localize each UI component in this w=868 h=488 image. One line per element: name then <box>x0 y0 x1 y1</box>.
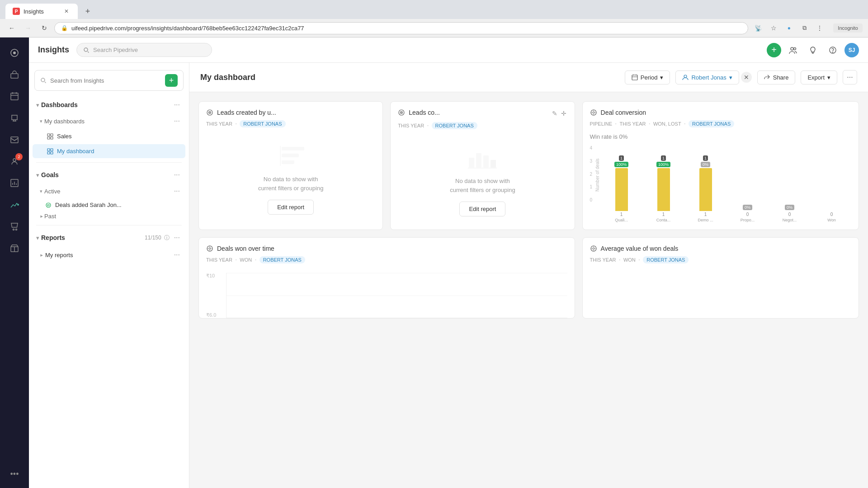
goals-title: Goals <box>41 171 172 178</box>
deals-won-card: Deals won over time THIS YEAR · WON · RO… <box>198 237 575 319</box>
share-button[interactable]: Share <box>757 70 796 84</box>
sidebar-item-leads[interactable] <box>5 108 24 128</box>
nav-item-sales[interactable]: Sales <box>33 129 185 143</box>
goals-dots[interactable]: ··· <box>172 169 182 181</box>
active-goals-header[interactable]: ▾ Active ··· <box>29 183 189 199</box>
tab-close-button[interactable]: ✕ <box>62 7 71 15</box>
user-avatar[interactable]: SJ <box>844 43 859 57</box>
reports-dots[interactable]: ··· <box>172 232 182 244</box>
dashboard-row-1: Leads created by u... THIS YEAR · ROBERT… <box>189 92 868 237</box>
svg-point-31 <box>210 113 210 113</box>
active-label: Active <box>44 188 172 195</box>
dashboard-scroll: Leads created by u... THIS YEAR · ROBERT… <box>189 92 868 488</box>
reports-count: 11/150 <box>145 235 161 241</box>
cast-button[interactable]: 📡 <box>752 22 764 34</box>
app-title: Insights <box>38 45 69 55</box>
dashboards-section-header[interactable]: ▾ Dashboards ··· <box>29 96 189 113</box>
deals-won-chart-area <box>226 273 567 318</box>
leads-created-user-badge[interactable]: ROBERT JONAS <box>240 120 285 127</box>
users-icon-button[interactable] <box>785 42 801 58</box>
my-dashboards-header[interactable]: ▾ My dashboards ··· <box>29 113 189 129</box>
export-button[interactable]: Export ▾ <box>801 70 837 84</box>
leads-converted-meta: THIS YEAR · ROBERT JONAS <box>391 122 574 135</box>
deals-won-meta: THIS YEAR · WON · ROBERT JONAS <box>199 256 575 269</box>
incognito-label[interactable]: Incognito <box>833 23 863 33</box>
sidebar-item-mail[interactable] <box>5 130 24 150</box>
meta-dot-2: · <box>427 122 429 130</box>
left-search-icon <box>40 77 47 84</box>
sidebar-item-products[interactable] <box>5 216 24 236</box>
leads-converted-user-badge[interactable]: ROBERT JONAS <box>432 122 477 129</box>
stage-quali-count-badge: 1 <box>619 155 624 161</box>
back-button[interactable]: ← <box>5 22 18 34</box>
stage-quali-bar <box>615 168 628 211</box>
reports-info-icon[interactable]: ⓘ <box>164 234 170 242</box>
sidebar-item-contacts[interactable]: 2 <box>5 151 24 171</box>
sidebar-item-insights[interactable] <box>5 195 24 215</box>
stage-quali-num: 1 <box>620 212 623 217</box>
active-dots[interactable]: ··· <box>172 185 182 197</box>
deals-won-user-badge[interactable]: ROBERT JONAS <box>259 256 305 263</box>
svg-rect-23 <box>47 152 50 154</box>
pencil-icon[interactable]: ✎ <box>551 109 558 118</box>
profile-button[interactable]: ● <box>783 22 795 34</box>
sidebar-item-reports[interactable] <box>5 173 24 193</box>
goals-active-item[interactable]: Deals added Sarah Jon... <box>29 199 189 211</box>
leads-converted-actions: ✎ ✛ <box>551 109 567 118</box>
avg-value-user-badge[interactable]: ROBERT JONAS <box>643 256 689 263</box>
deal-conversion-user-badge[interactable]: ROBERT JONAS <box>689 120 734 127</box>
reports-chevron[interactable]: ▾ <box>36 235 39 241</box>
leads-converted-empty-text: No data to show withcurrent filters or g… <box>450 177 515 194</box>
sidebar-item-deals[interactable] <box>5 65 24 84</box>
past-goals-header[interactable]: ▾ Past <box>29 211 189 221</box>
avg-value-chart-placeholder <box>583 269 859 305</box>
deal-conversion-card: Deal conversion PIPELINE · THIS YEAR · W… <box>582 101 859 230</box>
help-icon-button[interactable] <box>825 42 841 58</box>
panel-divider-1 <box>36 162 182 163</box>
export-chevron: ▾ <box>827 74 830 81</box>
forward-button[interactable]: → <box>22 22 34 34</box>
new-tab-button[interactable]: + <box>81 5 94 18</box>
more-options-button[interactable]: ··· <box>843 70 857 84</box>
bookmark-button[interactable]: ☆ <box>767 22 780 34</box>
reload-button[interactable]: ↻ <box>38 22 51 34</box>
deals-won-icon <box>206 245 213 252</box>
sidebar-item-more[interactable]: ••• <box>5 464 24 484</box>
menu-button[interactable]: ⋮ <box>813 22 826 34</box>
dashboards-dots[interactable]: ··· <box>172 99 182 111</box>
global-add-button[interactable]: + <box>767 43 781 57</box>
nav-item-my-dashboard[interactable]: My dashboard <box>33 144 185 158</box>
ideas-icon-button[interactable] <box>805 42 821 58</box>
my-reports-label: My reports <box>45 252 73 258</box>
leads-converted-edit-btn[interactable]: Edit report <box>459 202 505 216</box>
left-panel-search-input[interactable] <box>50 77 161 84</box>
leads-created-card: Leads created by u... THIS YEAR · ROBERT… <box>198 101 383 230</box>
svg-rect-22 <box>51 149 53 151</box>
add-insight-button[interactable]: + <box>165 74 178 87</box>
sidebar-item-home[interactable] <box>5 43 24 63</box>
goals-section-header[interactable]: ▾ Goals ··· <box>29 166 189 183</box>
conversion-chart: 4 3 2 1 0 Number of deals <box>583 142 859 230</box>
crosshair-icon[interactable]: ✛ <box>560 109 567 118</box>
user-filter-button[interactable]: Robert Jonas ▾ <box>675 70 739 84</box>
my-reports-dots[interactable]: ··· <box>172 249 182 261</box>
sidebar-item-store[interactable] <box>5 238 24 258</box>
extensions-button[interactable]: ⧉ <box>798 22 811 34</box>
stage-demo-bar <box>699 168 712 211</box>
my-dashboards-dots[interactable]: ··· <box>172 115 182 127</box>
my-reports-item[interactable]: ▾ My reports ··· <box>29 246 189 263</box>
sidebar-item-activities[interactable] <box>5 86 24 106</box>
leads-created-edit-btn[interactable]: Edit report <box>268 200 314 215</box>
my-dashboard-label: My dashboard <box>57 148 94 155</box>
filter-clear-button[interactable]: ✕ <box>741 72 752 83</box>
period-button[interactable]: Period ▾ <box>625 70 670 84</box>
deal-conversion-meta: PIPELINE · THIS YEAR · WON, LOST · ROBER… <box>583 120 859 133</box>
global-search[interactable]: Search Pipedrive <box>76 43 212 57</box>
svg-point-8 <box>13 229 14 230</box>
svg-point-28 <box>684 75 687 78</box>
address-bar[interactable]: 🔒 uifeed.pipedrive.com/progress/insights… <box>54 22 748 34</box>
search-icon <box>83 47 90 53</box>
reports-title[interactable]: Reports <box>41 234 145 241</box>
stage-propo: 0% 0 Propo... <box>728 205 767 222</box>
browser-tab[interactable]: P Insights ✕ <box>5 4 78 19</box>
